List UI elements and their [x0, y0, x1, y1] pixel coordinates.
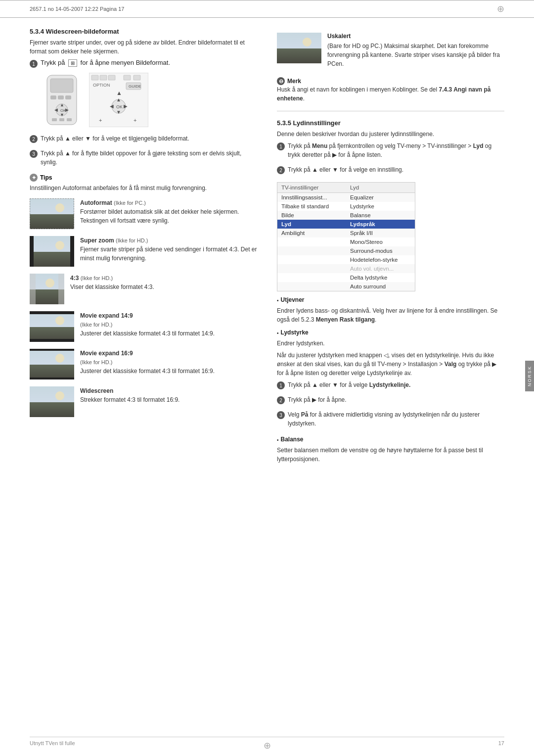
footer-right: 17 — [498, 740, 504, 746]
movie-14-9-text: Movie expand 14:9 (Ikke for HD.) Justere… — [80, 311, 257, 338]
main-content: 5.3.4 Widescreen-bildeformat Fjerner sva… — [0, 18, 534, 478]
svg-rect-3 — [58, 95, 64, 99]
stripe-top-thin — [30, 349, 74, 351]
menu-row-10: Delta lydstyrke — [277, 273, 415, 282]
step-3-text: Trykk på ▲ for å flytte bildet oppover f… — [41, 149, 257, 167]
svg-text:▲: ▲ — [60, 102, 64, 107]
step-2-num: 2 — [30, 135, 38, 143]
step-1-text: Trykk på ⊞ for å åpne menyen Bildeformat… — [41, 59, 170, 67]
right-step-2-num: 2 — [277, 166, 285, 174]
menu-row-3: Bilde Balanse — [277, 211, 415, 220]
menu-svg: OPTION GUIDE ▲ OK ▲ ▼ ◀ ▶ + — [89, 73, 148, 127]
format-list: Autoformat (Ikke for PC.) Forstørrer bil… — [30, 198, 257, 417]
stripe-bottom-thin — [30, 378, 74, 379]
svg-text:▼: ▼ — [116, 109, 121, 115]
section-5-3-5-id: 5.3.5 — [277, 119, 291, 127]
bullet-utjevner: • Utjevner Endrer lydens bass- og diskan… — [277, 296, 504, 324]
right-step-2: 2 Trykk på ▲ eller ▼ for å velge en inns… — [277, 165, 504, 177]
merk-icon: ⊖ — [277, 77, 285, 85]
svg-text:GUIDE: GUIDE — [129, 84, 141, 89]
step-1: 1 Trykk på ⊞ for å åpne menyen Bildeform… — [30, 59, 257, 68]
svg-text:▼: ▼ — [60, 112, 64, 117]
menu-row-2: Tilbake til standard Lydstyrke — [277, 202, 415, 211]
merk-label-text: Merk — [287, 78, 301, 85]
remote-icon: ⊞ — [68, 59, 77, 67]
lydstyrke-step-2-num: 2 — [277, 396, 285, 404]
svg-text:▶: ▶ — [124, 103, 128, 109]
section-5-3-5: 5.3.5 Lydinnstillinger Denne delen beskr… — [277, 119, 504, 464]
svg-rect-17 — [108, 75, 115, 80]
autoformat-text: Autoformat (Ikke for PC.) Forstørrer bil… — [80, 198, 257, 225]
step-3-num: 3 — [30, 150, 38, 158]
format-4-3: 4:3 (Ikke for HD.) Viser det klassiske f… — [30, 274, 257, 304]
movie-16-9-img — [30, 349, 74, 379]
section-5-3-4-heading: 5.3.4 Widescreen-bildeformat — [30, 28, 257, 35]
merk-box: ⊖ Merk Husk å angi et navn for koblingen… — [277, 77, 504, 103]
svg-text:◀: ◀ — [110, 103, 114, 109]
format-movie-14-9: Movie expand 14:9 (Ikke for HD.) Justere… — [30, 311, 257, 342]
right-step-1-text: Trykk på Menu på fjernkontrollen og velg… — [288, 142, 504, 159]
format-autoformat: Autoformat (Ikke for PC.) Forstørrer bil… — [30, 198, 257, 229]
tips-label: ✦ Tips — [30, 174, 257, 182]
right-step-1: 1 Trykk på Menu på fjernkontrollen og ve… — [277, 142, 504, 162]
menu-row-11: Auto surround — [277, 282, 415, 291]
bullet-lydstyrke: • Lydstyrke Endrer lydstyrken. Når du ju… — [277, 329, 504, 431]
menu-table-header: TV-innstillinger Lyd — [277, 183, 415, 193]
lydstyrke-step-2: 2 Trykk på ▶ for å åpne. — [277, 395, 504, 407]
super-zoom-text: Super zoom (Ikke for HD.) Fjerner svarte… — [80, 236, 257, 263]
svg-text:OPTION: OPTION — [93, 83, 110, 88]
tips-label-text: Tips — [40, 174, 52, 181]
remote-images: OK ▲ ▼ ◀ ▶ — [40, 73, 257, 127]
super-zoom-img — [30, 236, 74, 267]
section-5-3-4-intro: Fjerner svarte striper under, over og på… — [30, 38, 257, 56]
format-4-3-text: 4:3 (Ikke for HD.) Viser det klassiske f… — [70, 274, 257, 291]
svg-rect-2 — [50, 95, 56, 99]
header-bar: 2657.1 no 14-05-2007 12:22 Pagina 17 ⊕ — [0, 0, 534, 18]
menu-row-4-highlighted: Lyd Lydspråk — [277, 220, 415, 229]
lydstyrke-step-3-num: 3 — [277, 411, 285, 419]
widescreen-img — [30, 386, 74, 417]
right-step-1-num: 1 — [277, 142, 285, 150]
svg-text:◀: ◀ — [54, 107, 58, 112]
svg-rect-16 — [100, 75, 107, 80]
stripe-top — [30, 311, 74, 314]
svg-rect-18 — [124, 75, 131, 80]
menu-table: TV-innstillinger Lyd Innstillingsassist.… — [277, 182, 415, 291]
step-3: 3 Trykk på ▲ for å flytte bildet oppover… — [30, 149, 257, 170]
svg-rect-13 — [67, 118, 72, 121]
format-super-zoom: Super zoom (Ikke for HD.) Fjerner svarte… — [30, 236, 257, 267]
svg-text:▲: ▲ — [116, 90, 122, 96]
svg-text:OK: OK — [116, 104, 123, 109]
format-widescreen: Widescreen Strekker formatet 4:3 til for… — [30, 386, 257, 417]
step-1-num: 1 — [30, 60, 38, 68]
section-5-3-4: 5.3.4 Widescreen-bildeformat Fjerner sva… — [30, 28, 257, 417]
tips-icon: ✦ — [30, 174, 38, 182]
section-5-3-5-title: Lydinnstillinger — [293, 119, 341, 127]
stripe-left — [30, 236, 34, 267]
step-2: 2 Trykk på ▲ eller ▼ for å velge et tilg… — [30, 134, 257, 146]
format-movie-16-9: Movie expand 16:9 (Ikke for HD.) Justere… — [30, 349, 257, 379]
bottom-crosshair: ⊕ — [264, 740, 271, 751]
svg-text:▲: ▲ — [116, 97, 121, 102]
menu-col1-header: TV-innstillinger — [277, 183, 346, 192]
svg-rect-1 — [50, 79, 73, 93]
merk-label: ⊖ Merk — [277, 77, 504, 85]
header-crosshair: ⊕ — [497, 3, 504, 14]
footer-left: Utnytt TVen til fulle — [30, 740, 75, 746]
page-wrapper: 2657.1 no 14-05-2007 12:22 Pagina 17 ⊕ N… — [0, 0, 534, 756]
divider-1 — [277, 111, 504, 111]
section-5-3-4-title: Widescreen-bildeformat — [46, 28, 119, 35]
svg-text:▶: ▶ — [65, 107, 69, 112]
svg-text:+: + — [134, 117, 136, 123]
widescreen-text: Widescreen Strekker formatet 4:3 til for… — [80, 386, 257, 404]
svg-rect-12 — [59, 118, 64, 121]
left-column: 5.3.4 Widescreen-bildeformat Fjerner sva… — [30, 28, 257, 469]
svg-rect-4 — [65, 95, 71, 99]
lydstyrke-step-1-num: 1 — [277, 381, 285, 389]
stripe-right — [70, 236, 74, 267]
autoformat-img — [30, 198, 74, 229]
right-column: Uskalert (Bare for HD og PC.) Maksimal s… — [277, 28, 504, 469]
step-2-text: Trykk på ▲ eller ▼ for å velge et tilgje… — [41, 134, 189, 143]
movie-16-9-text: Movie expand 16:9 (Ikke for HD.) Justere… — [80, 349, 257, 376]
svg-rect-11 — [52, 118, 57, 121]
